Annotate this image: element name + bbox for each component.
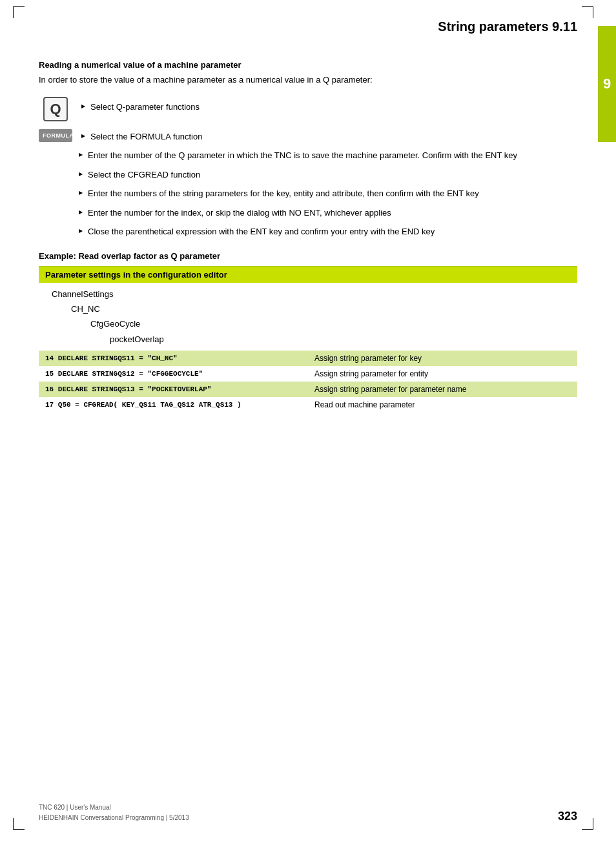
config-tree-item-3: pocketOverlap — [110, 332, 564, 347]
table-cell-code: 15 DECLARE STRINGQS12 = "CFGGEOCYCLE" — [39, 366, 308, 382]
table-cell-code: 14 DECLARE STRINGQS11 = "CH_NC" — [39, 351, 308, 366]
bullet-arrow-6: ▶ — [79, 209, 83, 215]
table-row: 14 DECLARE STRINGQS11 = "CH_NC"Assign st… — [39, 351, 577, 366]
main-content: Reading a numerical value of a machine p… — [0, 47, 616, 425]
config-tree-item-0: ChannelSettings — [52, 287, 564, 302]
table-cell-code: 17 Q50 = CFGREAD( KEY_QS11 TAG_QS12 ATR_… — [39, 397, 308, 413]
q-icon-label: Q — [50, 101, 61, 118]
bullet-row-7: ▶ Close the parenthetical expression wit… — [79, 225, 577, 238]
bullet-arrow-5: ▶ — [79, 190, 83, 196]
formula-icon-box: FORMULA — [39, 128, 72, 142]
corner-mark-top-left — [13, 6, 25, 18]
page-title: String parameters 9.11 — [438, 19, 577, 34]
corner-mark-bottom-right — [582, 818, 593, 830]
page-container: 9 String parameters 9.11 Reading a numer… — [0, 0, 616, 849]
table-cell-description: Read out machine parameter — [308, 397, 577, 413]
formula-icon: FORMULA — [39, 129, 72, 142]
bullet-arrow-1: ▶ — [81, 103, 85, 109]
config-level1-text: CH_NC — [71, 304, 100, 314]
bullet-text-2: Select the FORMULA function — [90, 130, 202, 143]
q-icon-box: Q — [39, 96, 72, 121]
table-row: 17 Q50 = CFGREAD( KEY_QS11 TAG_QS12 ATR_… — [39, 397, 577, 413]
corner-mark-top-right — [582, 6, 593, 18]
footer-edition: HEIDENHAIN Conversational Programming | … — [39, 813, 189, 823]
section-heading: Reading a numerical value of a machine p… — [39, 60, 577, 70]
bullet-text-7: Close the parenthetical expression with … — [88, 225, 435, 238]
config-level0-text: ChannelSettings — [52, 289, 113, 299]
section-number: 9 — [603, 76, 611, 92]
bullet-row-6: ▶ Enter the number for the index, or ski… — [79, 207, 577, 220]
table-cell-description: Assign string parameter for key — [308, 351, 577, 366]
bullet-arrow-2: ▶ — [81, 133, 85, 139]
bullet-arrow-7: ▶ — [79, 228, 83, 234]
q-icon: Q — [43, 97, 68, 121]
corner-mark-bottom-left — [13, 818, 25, 830]
q-bullet-content: ▶ Select Q-parameter functions — [79, 96, 200, 114]
bullet-text-5: Enter the numbers of the string paramete… — [88, 187, 479, 200]
bullet-arrow-4: ▶ — [79, 171, 83, 177]
bullet-row-3: ▶ Enter the number of the Q parameter in… — [79, 149, 577, 162]
config-section: Parameter settings in the configuration … — [39, 266, 577, 351]
table-cell-description: Assign string parameter for entity — [308, 366, 577, 382]
table-cell-code: 16 DECLARE STRINGQS13 = "POCKETOVERLAP" — [39, 382, 308, 397]
config-tree-item-1: CH_NC — [71, 302, 564, 316]
page-footer: TNC 620 | User's Manual HEIDENHAIN Conve… — [39, 803, 577, 823]
intro-text: In order to store the value of a machine… — [39, 74, 577, 87]
table-cell-description: Assign string parameter for parameter na… — [308, 382, 577, 397]
bullet-text-1: Select Q-parameter functions — [90, 101, 200, 114]
table-row: 16 DECLARE STRINGQS13 = "POCKETOVERLAP"A… — [39, 382, 577, 397]
remaining-bullets: ▶ Enter the number of the Q parameter in… — [79, 149, 577, 238]
config-header: Parameter settings in the configuration … — [39, 267, 577, 283]
bullet-row-4: ▶ Select the CFGREAD function — [79, 169, 577, 181]
footer-page-number: 323 — [558, 810, 577, 823]
config-level2-text: CfgGeoCycle — [90, 319, 140, 329]
example-heading: Example: Read overlap factor as Q parame… — [39, 251, 577, 261]
bullet-text-6: Enter the number for the index, or skip … — [88, 207, 391, 220]
config-tree-item-2: CfgGeoCycle — [90, 316, 564, 331]
footer-manual-title: TNC 620 | User's Manual — [39, 803, 189, 813]
code-table: 14 DECLARE STRINGQS11 = "CH_NC"Assign st… — [39, 351, 577, 413]
bullet-arrow-3: ▶ — [79, 152, 83, 158]
bullet-row-5: ▶ Enter the numbers of the string parame… — [79, 187, 577, 200]
formula-bullet-content: ▶ Select the FORMULA function — [79, 128, 202, 143]
bullet-text-3: Enter the number of the Q parameter in w… — [88, 149, 517, 162]
bullet-text-4: Select the CFGREAD function — [88, 169, 200, 181]
table-row: 15 DECLARE STRINGQS12 = "CFGGEOCYCLE"Ass… — [39, 366, 577, 382]
config-level3-text: pocketOverlap — [110, 334, 164, 344]
section-tab: 9 — [598, 26, 616, 142]
page-header: String parameters 9.11 — [0, 0, 616, 47]
config-tree: ChannelSettings CH_NC CfgGeoCycle pocket… — [39, 283, 577, 351]
footer-left: TNC 620 | User's Manual HEIDENHAIN Conve… — [39, 803, 189, 823]
